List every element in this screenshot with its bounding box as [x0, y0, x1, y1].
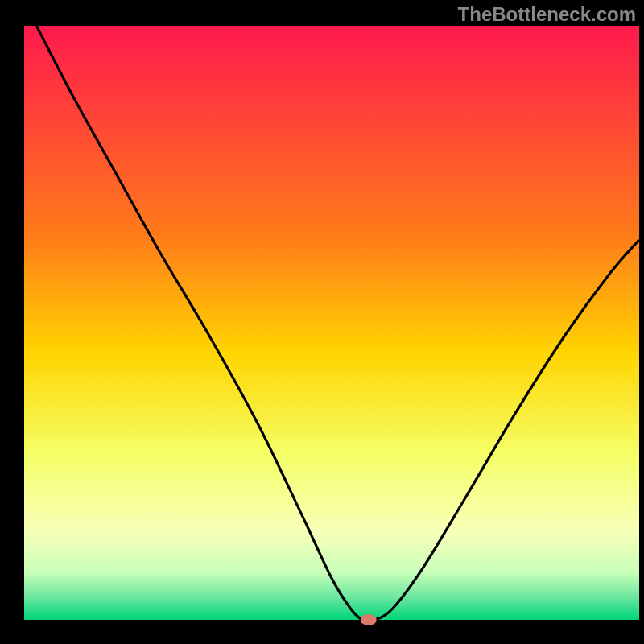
bottleneck-chart: TheBottleneck.com [0, 0, 644, 644]
chart-svg [0, 0, 644, 644]
plot-background [24, 26, 639, 620]
watermark-text: TheBottleneck.com [458, 3, 636, 26]
operating-point-marker [361, 614, 377, 625]
